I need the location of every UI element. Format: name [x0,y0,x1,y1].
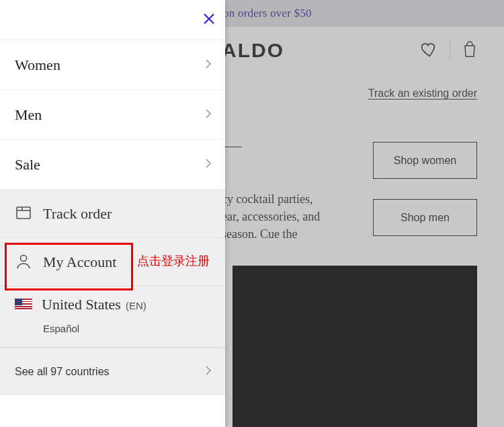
header-divider [450,41,450,60]
region-name: United States [42,296,121,313]
see-all-countries[interactable]: See all 97 countries [0,348,225,395]
hero-line: ear, accessories, and [222,210,320,223]
my-account-item[interactable]: My Account [0,238,225,286]
close-icon[interactable] [201,11,217,30]
chevron-right-icon [205,59,212,72]
hero-copy: cy cocktail parties, ear, accessories, a… [222,190,320,243]
hero-line: season. Cue the [222,227,297,241]
svg-rect-0 [17,207,30,219]
sec-label: Track order [43,205,112,223]
nav-label: Women [15,56,60,74]
see-all-label: See all 97 countries [15,366,110,378]
wishlist-icon[interactable] [419,40,437,61]
svg-point-1 [21,255,27,261]
bag-icon[interactable] [462,40,477,61]
nav-item-women[interactable]: Women [0,40,225,90]
sec-label: My Account [43,254,116,271]
chevron-right-icon [205,365,212,379]
nav-label: Sale [15,156,40,173]
secondary-section: Track order My Account United States (EN… [0,190,225,348]
nav-drawer: Women Men Sale Track order [0,0,225,427]
shop-men-button[interactable]: Shop men [373,199,477,236]
chevron-right-icon [205,158,212,171]
alt-language-link[interactable]: Español [43,323,79,334]
shop-women-button[interactable]: Shop women [373,142,477,179]
region-suffix: (EN) [126,300,146,311]
region-item[interactable]: United States (EN) Español [0,286,225,348]
user-icon [15,252,32,272]
hero-line: cy cocktail parties, [222,192,312,206]
nav-item-sale[interactable]: Sale [0,140,225,190]
brand-logo: ALDO [222,39,284,62]
us-flag-icon [15,299,32,311]
nav-item-men[interactable]: Men [0,90,225,140]
chevron-right-icon [205,108,212,122]
nav-label: Men [15,106,42,124]
track-order-link[interactable]: Track an existing order [222,87,477,100]
hero-image-block [233,266,477,427]
track-order-item[interactable]: Track order [0,190,225,238]
package-icon [15,204,32,224]
